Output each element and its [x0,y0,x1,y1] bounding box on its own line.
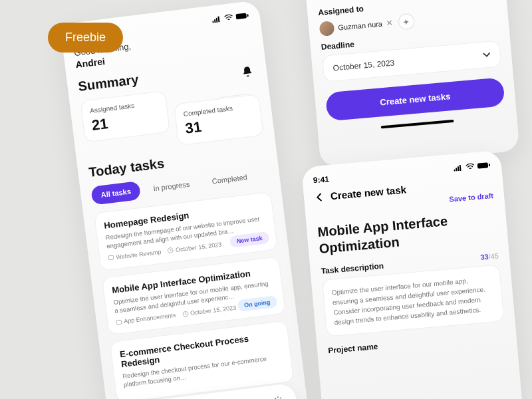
phone-create-bottom: Enhancements Add new Assigned to Guzman … [305,0,519,168]
wifi-icon [223,14,233,22]
task-title-input[interactable]: Mobile App Interface Optimization [317,209,497,257]
back-icon[interactable] [315,192,325,202]
task-date: October 15, 2023 [175,241,221,253]
phone-create-task: 9:41 Create new task Save to draft Mobil… [301,150,523,399]
avatar [319,21,335,37]
home-indicator [381,120,454,129]
svg-rect-6 [108,255,114,260]
create-tasks-button[interactable]: Create new tasks [325,77,505,121]
char-current: 33 [480,253,489,261]
svg-rect-18 [460,165,462,171]
assignee-name: Guzman nura [338,20,382,32]
battery-icon [477,162,491,170]
svg-rect-3 [217,16,219,22]
add-assignee-button[interactable]: + [398,13,415,31]
phone-dashboard: 9:41 Good morning, Andrei Summary Today … [60,0,310,399]
folder-icon [116,319,122,325]
nav-settings[interactable] [266,388,291,399]
task-description-label: Task description [321,261,384,276]
svg-rect-16 [456,168,457,171]
status-icons [454,162,491,172]
assigned-to-label: Assigned to [318,4,364,17]
char-max: /45 [488,252,499,261]
svg-rect-17 [458,166,460,171]
svg-rect-19 [477,162,489,168]
svg-rect-20 [489,164,490,166]
page-title: Create new task [330,184,406,201]
svg-rect-8 [116,320,122,325]
completed-tasks-card[interactable]: Completed tasks 31 [174,94,264,146]
clock-icon [182,311,189,317]
assigned-tasks-card[interactable]: Assigned tasks 21 [80,90,170,142]
clock-icon [168,247,174,253]
folder-icon [108,254,114,261]
tab-completed[interactable]: Completed [201,166,257,192]
signal-icon [211,15,221,23]
deadline-value: October 15, 2023 [332,58,395,72]
chevron-down-icon [482,51,491,59]
battery-icon [235,12,249,20]
task-description-field[interactable]: Optimize the user interface for our mobi… [322,264,504,336]
svg-rect-4 [235,13,247,19]
status-time: 9:41 [313,174,329,185]
remove-assignee-icon[interactable]: ✕ [386,18,393,28]
freebie-badge: Freebie [48,23,123,53]
tab-all-tasks[interactable]: All tasks [90,181,141,205]
nav-profile[interactable] [231,392,256,399]
wifi-icon [466,163,475,170]
svg-rect-15 [454,170,455,172]
task-date: October 15, 2023 [190,305,236,317]
svg-rect-5 [247,14,248,17]
bell-icon[interactable] [241,65,254,78]
task-project: App Enhancements [124,312,176,325]
signal-icon [454,164,464,172]
tab-in-progress[interactable]: In progress [143,174,200,199]
svg-rect-2 [216,18,218,23]
svg-rect-0 [212,21,213,23]
svg-rect-1 [214,19,216,23]
status-icons [211,12,249,23]
char-counter: 33/45 [480,252,499,261]
task-project: Website Revamp [116,248,162,260]
chevron-down-icon[interactable] [487,0,496,2]
gear-icon [273,395,285,399]
